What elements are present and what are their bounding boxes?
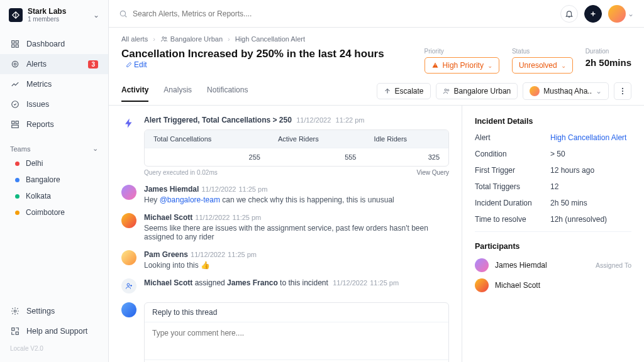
team-dot-icon (15, 194, 19, 199)
team-label: Delhi (26, 159, 43, 168)
svg-point-4 (12, 62, 18, 67)
team-bangalore[interactable]: Bangalore (0, 172, 108, 188)
team-kolkata[interactable]: Kolkata (0, 188, 108, 204)
participant-name: James Hiemdal (495, 261, 547, 270)
team-selector[interactable]: Bangalore Urban (436, 83, 518, 99)
svg-rect-1 (16, 41, 18, 43)
escalate-button[interactable]: Escalate (377, 83, 431, 99)
avatar (475, 278, 489, 292)
nav-label: Metrics (26, 80, 52, 89)
breadcrumb-all-alerts[interactable]: All alerts (121, 35, 148, 43)
view-query-link[interactable]: View Query (416, 169, 449, 176)
team-dot-icon (15, 162, 19, 166)
chevron-down-icon: ⌄ (628, 9, 634, 18)
nav-label: Settings (26, 307, 55, 315)
detail-key: Condition (475, 150, 550, 158)
search-icon (119, 9, 128, 18)
svg-rect-12 (16, 332, 18, 334)
detail-value: 12 (550, 182, 631, 191)
alert-icon (10, 59, 20, 69)
notifications-button[interactable] (560, 5, 578, 23)
team-dot-icon (15, 178, 19, 182)
priority-selector[interactable]: High Priority ⌄ (425, 57, 499, 74)
breadcrumb-alert[interactable]: High Cancellation Alert (235, 35, 305, 43)
tab-activity[interactable]: Activity (121, 85, 148, 102)
detail-key: Alert (475, 133, 550, 142)
reply-composer: Reply to this thread ☺ SQL Resolve (144, 302, 449, 362)
svg-rect-11 (12, 328, 14, 331)
help-icon (10, 326, 20, 336)
team-value: Bangalore Urban (454, 87, 511, 96)
org-subtitle: 1 members (28, 16, 66, 23)
nav-settings[interactable]: Settings (0, 301, 108, 321)
breadcrumb: All alerts › Bangalore Urban › High Canc… (121, 35, 631, 43)
status-selector[interactable]: Unresolved ⌄ (512, 57, 573, 74)
nav-alerts[interactable]: Alerts 3 (0, 54, 108, 74)
edit-label: Edit (134, 60, 147, 69)
bolt-icon (121, 116, 136, 131)
avatar (530, 86, 540, 96)
duration-label: Duration (586, 48, 631, 55)
more-menu-button[interactable] (614, 82, 631, 100)
avatar (121, 213, 136, 228)
search-input[interactable] (133, 9, 553, 18)
priority-value: High Priority (443, 61, 484, 70)
create-button[interactable] (584, 5, 602, 23)
svg-rect-7 (12, 121, 14, 124)
nav-help[interactable]: Help and Support (0, 321, 108, 341)
svg-point-10 (14, 310, 16, 312)
org-switcher[interactable]: Stark Labs 1 members ⌄ (0, 0, 108, 30)
svg-rect-2 (12, 45, 14, 47)
table-header: Idle Riders (365, 130, 448, 148)
assignee-selector[interactable]: Musthaq Aha.. ⌄ (523, 82, 609, 100)
priority-label: Priority (425, 48, 499, 55)
incident-details-panel: Incident Details AlertHigh Cancellation … (462, 106, 644, 362)
event-target: James Franco (227, 278, 278, 287)
metrics-icon (10, 79, 20, 89)
comment-time: 11:25 pm (228, 251, 257, 258)
version-label: Locale V2.0 (0, 341, 108, 356)
comment-date: 11/12/2022 (201, 185, 236, 193)
nav-dashboard[interactable]: Dashboard (0, 34, 108, 54)
team-coimbotore[interactable]: Coimbotore (0, 204, 108, 221)
svg-point-21 (127, 283, 130, 286)
nav-label: Help and Support (26, 327, 87, 336)
mention-link[interactable]: @bangalore-team (160, 195, 220, 204)
nav-metrics[interactable]: Metrics (0, 74, 108, 94)
sidebar: Stark Labs 1 members ⌄ Dashboard Alerts … (0, 0, 109, 362)
nav-issues[interactable]: Issues (0, 94, 108, 114)
svg-rect-3 (16, 45, 18, 47)
chevron-right-icon: › (228, 35, 230, 43)
svg-point-15 (165, 37, 167, 39)
team-dot-icon (15, 211, 19, 215)
avatar (121, 185, 136, 200)
tab-notifications[interactable]: Notifications (207, 85, 248, 102)
detail-alert-link[interactable]: High Cancellation Alert (550, 133, 631, 142)
activity-feed: Alert Triggered, Total Cancellations > 2… (109, 106, 462, 362)
query-exec-time: Query executed in 0.02ms (144, 169, 218, 176)
team-icon (160, 35, 168, 43)
assignee-value: Musthaq Aha.. (543, 87, 592, 96)
reply-textarea[interactable] (145, 322, 448, 358)
event-date: 11/12/2022 (296, 116, 331, 124)
arrow-up-icon (384, 87, 391, 95)
team-delhi[interactable]: Delhi (0, 155, 108, 172)
table-cell: 555 (269, 148, 365, 167)
reply-header: Reply to this thread (145, 303, 448, 322)
dashboard-icon (10, 39, 20, 49)
breadcrumb-team[interactable]: Bangalore Urban (170, 35, 223, 43)
event-date: 11/12/2022 (333, 279, 367, 287)
svg-point-18 (622, 88, 623, 89)
teams-header[interactable]: Teams ⌄ (0, 138, 108, 155)
profile-menu[interactable]: ⌄ (608, 5, 634, 23)
team-icon (443, 87, 450, 95)
details-header: Incident Details (475, 117, 631, 126)
issues-icon (10, 99, 20, 109)
nav-reports[interactable]: Reports (0, 114, 108, 134)
nav-label: Alerts (26, 60, 47, 69)
tab-analysis[interactable]: Analysis (164, 85, 192, 102)
edit-title-button[interactable]: Edit (125, 60, 147, 69)
primary-nav: Dashboard Alerts 3 Metrics Issues Report… (0, 30, 108, 138)
detail-value: > 50 (550, 150, 631, 158)
nav-label: Dashboard (26, 40, 65, 48)
